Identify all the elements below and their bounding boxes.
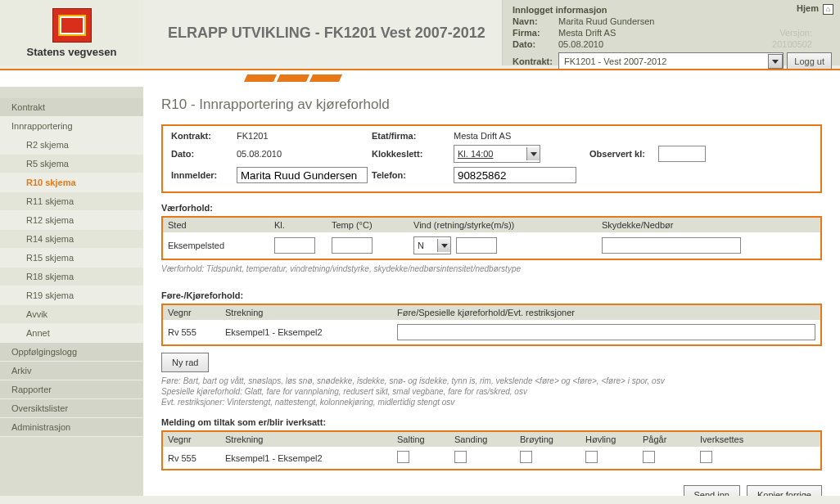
hdr-vind: Vind (retning/styrke(m/s)) bbox=[413, 220, 602, 230]
fore-hint1: Føre: Bart, bart og vått, snøslaps, løs … bbox=[161, 376, 822, 386]
nav-arkiv[interactable]: Arkiv bbox=[0, 362, 143, 380]
hdr-sky: Skydekke/Nedbør bbox=[602, 220, 749, 230]
hdr-t-vegnr: Vegnr bbox=[168, 434, 225, 444]
klokkeslett-value: Kl. 14:00 bbox=[458, 149, 493, 159]
versjon-label: Versjon: bbox=[779, 28, 832, 38]
home-link[interactable]: Hjem ⌂ bbox=[797, 3, 833, 15]
dato-value: 05.08.2010 bbox=[558, 39, 603, 49]
weather-temp-input[interactable] bbox=[332, 237, 373, 254]
send-inn-button[interactable]: Send inn bbox=[684, 485, 740, 496]
page-title: R10 - Innrapportering av kjøreforhold bbox=[161, 97, 822, 113]
hdr-strekning: Strekning bbox=[225, 308, 397, 317]
nav-r14[interactable]: R14 skjema bbox=[0, 230, 143, 249]
brand-text: Statens vegvesen bbox=[27, 46, 117, 58]
nav-r10[interactable]: R10 skjema bbox=[0, 173, 143, 192]
fore-title: Føre-/Kjøreforhold: bbox=[161, 290, 822, 300]
lbl-klokkeslett: Klokkeslett: bbox=[372, 149, 454, 159]
weather-hint: Værforhold: Tidspunkt, temperatur, vindr… bbox=[161, 263, 822, 274]
meta-panel: Kontrakt: FK1201 Etat/firma: Mesta Drift… bbox=[161, 124, 822, 193]
hdr-sted: Sted bbox=[168, 220, 274, 230]
nav-r19[interactable]: R19 skjema bbox=[0, 286, 143, 305]
logo-icon bbox=[52, 8, 92, 43]
hdr-pagar: Pågår bbox=[643, 434, 700, 444]
fore-header: Vegnr Strekning Føre/Spesielle kjøreforh… bbox=[161, 304, 822, 320]
chk-hovling[interactable] bbox=[585, 451, 598, 463]
weather-sted: Eksempelsted bbox=[168, 241, 274, 250]
fore-vegnr: Rv 555 bbox=[168, 327, 225, 337]
nav-oppfolgingslogg[interactable]: Oppfølgingslogg bbox=[0, 343, 143, 362]
nav-oversiktslister[interactable]: Oversiktslister bbox=[0, 399, 143, 418]
home-label: Hjem bbox=[797, 3, 819, 13]
telefon-input[interactable] bbox=[454, 167, 576, 183]
chevron-down-icon bbox=[526, 147, 540, 160]
chevron-down-icon bbox=[437, 239, 450, 252]
chk-iverksettes[interactable] bbox=[700, 451, 712, 463]
divider-strip bbox=[0, 69, 840, 87]
hdr-sanding: Sanding bbox=[454, 434, 520, 444]
hdr-broyting: Brøyting bbox=[520, 434, 585, 444]
nyrad-button[interactable]: Ny rad bbox=[161, 353, 209, 372]
fore-hint2: Spesielle kjøreforhold: Glatt, fare for … bbox=[161, 386, 822, 397]
fore-row: Rv 555 Eksempel1 - Eksempel2 bbox=[161, 320, 822, 346]
chk-pagar[interactable] bbox=[643, 451, 655, 463]
app-title: ELRAPP UTVIKLING - FK1201 Vest 2007-2012 bbox=[168, 25, 485, 42]
user-info-box: Hjem ⌂ Innlogget informasjon Navn: Marit… bbox=[502, 0, 840, 65]
hdr-kl: Kl. bbox=[274, 220, 332, 230]
weather-header: Sted Kl. Temp (°C) Vind (retning/styrke(… bbox=[161, 216, 822, 232]
nav-r12[interactable]: R12 skjema bbox=[0, 211, 143, 230]
nav-r15[interactable]: R15 skjema bbox=[0, 249, 143, 268]
lbl-dato: Dato: bbox=[171, 149, 237, 159]
skydekke-input[interactable] bbox=[602, 237, 741, 254]
hdr-temp: Temp (°C) bbox=[332, 220, 413, 230]
hdr-t-strekning: Strekning bbox=[225, 434, 397, 444]
nav-administrasjon[interactable]: Administrasjon bbox=[0, 418, 143, 437]
nav-r2[interactable]: R2 skjema bbox=[0, 136, 143, 155]
fore-hint3: Evt. restriksjoner: Vinterstengt, nattes… bbox=[161, 397, 822, 407]
val-etat: Mesta Drift AS bbox=[454, 131, 585, 141]
tiltak-vegnr: Rv 555 bbox=[168, 453, 225, 463]
nav-r11[interactable]: R11 skjema bbox=[0, 192, 143, 211]
lbl-kontrakt: Kontrakt: bbox=[171, 131, 237, 141]
home-icon: ⌂ bbox=[823, 4, 833, 15]
fore-spes-input[interactable] bbox=[397, 324, 815, 340]
chk-sanding[interactable] bbox=[454, 451, 467, 463]
info-title: Innlogget informasjon bbox=[513, 5, 832, 15]
action-bar: Send inn Kopier forrige bbox=[161, 485, 822, 496]
weather-row: Eksempelsted N bbox=[161, 232, 822, 260]
vind-dir-select[interactable]: N bbox=[413, 236, 451, 254]
app-title-area: ELRAPP UTVIKLING - FK1201 Vest 2007-2012 bbox=[143, 0, 502, 65]
weather-kl-input[interactable] bbox=[274, 237, 315, 254]
tiltak-row: Rv 555 Eksempel1 - Eksempel2 bbox=[161, 447, 822, 470]
logout-button[interactable]: Logg ut bbox=[787, 52, 832, 70]
vind-dir-value: N bbox=[418, 241, 424, 250]
nav-kontrakt[interactable]: Kontrakt bbox=[0, 98, 143, 117]
hdr-hovling: Høvling bbox=[585, 434, 643, 444]
val-dato: 05.08.2010 bbox=[237, 149, 372, 159]
observert-input[interactable] bbox=[658, 146, 706, 162]
navn-value: Marita Ruud Gundersen bbox=[558, 16, 832, 26]
navn-label: Navn: bbox=[513, 16, 558, 26]
nav-r5[interactable]: R5 skjema bbox=[0, 155, 143, 173]
hdr-salting: Salting bbox=[397, 434, 454, 444]
logo-area: Statens vegvesen bbox=[0, 0, 143, 65]
kopier-button[interactable]: Kopier forrige bbox=[747, 485, 822, 496]
chk-salting[interactable] bbox=[397, 451, 409, 463]
kontrakt-select[interactable]: FK1201 - Vest 2007-2012 bbox=[558, 52, 784, 70]
nav-annet[interactable]: Annet bbox=[0, 324, 143, 343]
nav-avvik[interactable]: Avvik bbox=[0, 305, 143, 324]
hdr-spes: Føre/Spesielle kjøreforhold/Evt. restrik… bbox=[397, 308, 815, 317]
vind-styrke-input[interactable] bbox=[456, 237, 497, 254]
top-bar: Statens vegvesen ELRAPP UTVIKLING - FK12… bbox=[0, 0, 840, 65]
lbl-observert: Observert kl: bbox=[585, 149, 658, 159]
fore-strekning: Eksempel1 - Eksempel2 bbox=[225, 327, 397, 337]
innmelder-input[interactable] bbox=[237, 167, 368, 183]
nav-r18[interactable]: R18 skjema bbox=[0, 268, 143, 286]
nav-innrapportering[interactable]: Innrapportering bbox=[0, 117, 143, 136]
chk-broyting[interactable] bbox=[520, 451, 532, 463]
lbl-etat: Etat/firma: bbox=[372, 131, 454, 141]
content: R10 - Innrapportering av kjøreforhold Ko… bbox=[143, 87, 840, 496]
nav-rapporter[interactable]: Rapporter bbox=[0, 380, 143, 399]
klokkeslett-select[interactable]: Kl. 14:00 bbox=[454, 145, 540, 163]
weather-title: Værforhold: bbox=[161, 203, 822, 213]
kontrakt-label: Kontrakt: bbox=[513, 56, 555, 66]
